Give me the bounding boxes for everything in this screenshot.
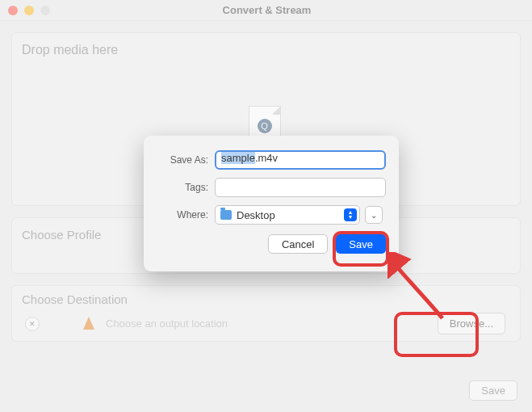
filename-selected-part: sample (221, 152, 255, 164)
where-label: Where: (157, 209, 208, 221)
tags-input[interactable] (215, 178, 386, 197)
select-updown-icon: ▴▾ (344, 208, 357, 221)
sheet-button-row: Cancel Save (157, 234, 386, 254)
save-as-row: Save As: sample.m4v (157, 150, 386, 170)
expand-save-dialog-button[interactable]: ⌄ (365, 206, 383, 224)
where-row: Where: Desktop ▴▾ ⌄ (157, 205, 386, 225)
cancel-button[interactable]: Cancel (268, 234, 328, 254)
save-as-input[interactable]: sample.m4v (215, 150, 386, 170)
tags-row: Tags: (157, 178, 386, 197)
tags-label: Tags: (157, 182, 208, 193)
save-as-label: Save As: (157, 154, 208, 166)
filename-ext: .m4v (255, 152, 278, 164)
save-button[interactable]: Save (336, 234, 386, 254)
save-sheet: Save As: sample.m4v Tags: Where: Desktop… (144, 136, 399, 271)
folder-icon (220, 210, 232, 220)
where-select[interactable]: Desktop ▴▾ (215, 205, 360, 225)
where-value: Desktop (237, 209, 275, 221)
